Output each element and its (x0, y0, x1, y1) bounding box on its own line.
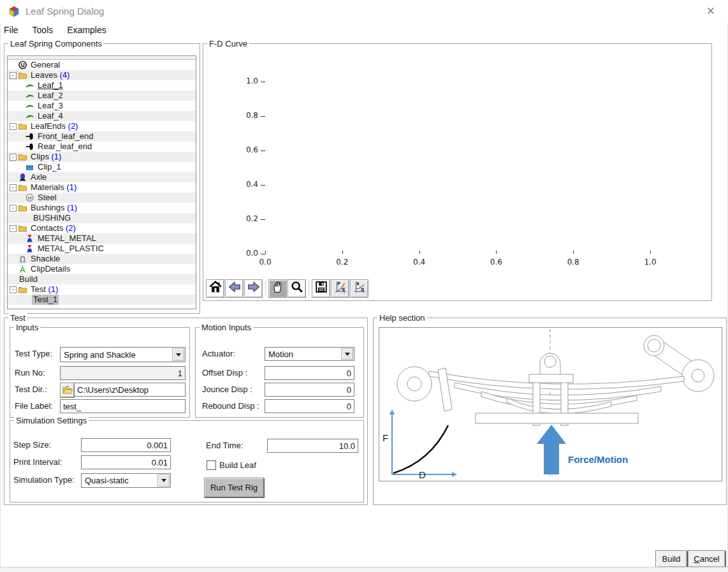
simulation-type-dropdown-button[interactable] (157, 474, 170, 487)
expander-minus-icon[interactable]: - (10, 205, 17, 212)
tree-item-bushing[interactable]: BUSHING (8, 213, 196, 223)
menu-tools[interactable]: Tools (33, 25, 54, 35)
save-button[interactable] (312, 279, 330, 298)
tree-item-bushings[interactable]: -Bushings (1) (8, 203, 196, 213)
tree-item-label: Leaf_4 (36, 111, 64, 121)
close-icon[interactable]: ✕ (706, 4, 715, 18)
tree-item-test[interactable]: -Test (1) (8, 284, 196, 295)
expander-minus-icon[interactable]: - (10, 72, 17, 79)
x-tick-label: 0.6 (485, 258, 507, 267)
test-dir-field[interactable] (74, 383, 186, 397)
tree-item-leaf_2[interactable]: Leaf_2 (8, 91, 196, 101)
x-tick-mark (496, 251, 497, 254)
fd-plot-button[interactable]: Fd (331, 279, 349, 298)
y-tick-label: 0.6 (239, 145, 258, 154)
offset-disp-label: Offset Disp : (202, 368, 247, 378)
components-group: Leaf Spring Components UGeneral-Leaves (… (4, 43, 200, 314)
build-button[interactable]: Build (655, 550, 687, 568)
print-interval-label: Print Interval: (13, 457, 62, 467)
tree-item-leaves[interactable]: -Leaves (4) (8, 70, 196, 80)
floppy-icon (314, 280, 328, 297)
tree-item-label: Leaf_1 (36, 80, 64, 91)
tree-item-front_leaf_end[interactable]: Front_leaf_end (8, 131, 196, 142)
tree-item-rear_leaf_end[interactable]: Rear_leaf_end (8, 142, 196, 152)
arrow-left-icon (228, 280, 242, 297)
build-leaf-checkbox[interactable] (207, 460, 216, 470)
run-no-label: Run No: (15, 368, 45, 378)
simulation-type-select[interactable]: Quasi-static (81, 473, 171, 488)
jounce-disp-field[interactable] (265, 383, 354, 397)
browse-folder-button[interactable] (60, 383, 75, 398)
toolbar-separator (265, 280, 266, 297)
tree-item-label: Clip_1 (36, 162, 62, 172)
y-tick-label: 1.0 (239, 77, 258, 85)
folder-icon (18, 122, 27, 131)
tree-item-metal_metal[interactable]: METAL_METAL (8, 233, 196, 244)
chevron-down-icon (161, 479, 166, 482)
x-tick-label: 0.4 (409, 258, 430, 267)
components-group-title: Leaf Spring Components (8, 39, 104, 48)
tree-item-axle[interactable]: Axle (8, 172, 196, 182)
folder-icon (18, 152, 27, 161)
rebound-disp-field[interactable] (265, 399, 354, 413)
expander-minus-icon[interactable]: - (10, 184, 17, 191)
svg-text:M: M (27, 195, 32, 201)
back-button[interactable] (225, 279, 244, 298)
kd-plot-button[interactable]: kd (350, 279, 368, 298)
menu-examples[interactable]: Examples (67, 25, 106, 35)
tree-item-clip_1[interactable]: Clip_1 (8, 162, 196, 172)
y-tick-label: 0.8 (239, 111, 258, 120)
end-time-field[interactable] (267, 439, 358, 453)
svg-text:k: k (356, 281, 360, 286)
tree-item-leaf_3[interactable]: Leaf_3 (8, 101, 196, 111)
home-button[interactable] (206, 279, 224, 298)
tree-item-build[interactable]: Build (8, 274, 196, 284)
test-type-dropdown-button[interactable] (172, 348, 184, 361)
rebound-disp-label: Rebound Disp : (202, 401, 259, 411)
actuator-select[interactable]: Motion (265, 347, 354, 361)
forward-button[interactable] (244, 279, 263, 298)
clip-icon (25, 163, 34, 172)
general-icon: U (18, 61, 27, 70)
simulation-type-value: Quasi-static (85, 476, 129, 485)
component-tree: UGeneral-Leaves (4)Leaf_1Leaf_2Leaf_3Lea… (7, 55, 196, 309)
pan-button[interactable] (268, 279, 287, 298)
tree-item-clips[interactable]: -Clips (1) (8, 152, 196, 162)
svg-text:U: U (20, 62, 24, 68)
tree-item-clipdetails[interactable]: ClipDetails (8, 264, 196, 274)
expander-minus-icon[interactable]: - (10, 154, 17, 161)
expander-minus-icon[interactable]: - (10, 286, 17, 293)
expander-minus-icon[interactable]: - (10, 225, 17, 232)
offset-disp-field[interactable] (265, 366, 354, 380)
tree-item-label: Contacts (2) (29, 223, 77, 233)
tree-item-label: Materials (1) (29, 182, 78, 193)
zoom-button[interactable] (288, 279, 306, 298)
test-type-label: Test Type: (15, 349, 52, 358)
tree-item-shackle[interactable]: Shackle (8, 254, 196, 264)
tree-item-leafends[interactable]: -LeafEnds (2) (8, 121, 196, 131)
app-cube-icon (8, 6, 20, 17)
expander-minus-icon[interactable]: - (10, 123, 17, 130)
tree-item-contacts[interactable]: -Contacts (2) (8, 223, 196, 233)
print-interval-field[interactable] (81, 455, 171, 469)
tree-item-metal_plastic[interactable]: METAL_PLASTIC (8, 244, 196, 254)
run-test-rig-button[interactable]: Run Test Rig (204, 478, 264, 497)
open-folder-icon (62, 386, 73, 395)
test-type-select[interactable]: Spring and Shackle (60, 347, 186, 362)
axle-icon (18, 173, 27, 182)
tree-item-leaf_4[interactable]: Leaf_4 (8, 111, 196, 121)
tree-item-leaf_1[interactable]: Leaf_1 (8, 80, 196, 91)
tree-item-test_1[interactable]: Test_1 (8, 295, 196, 305)
x-tick-mark (650, 251, 651, 254)
tree-item-label: Test_1 (32, 295, 59, 305)
menu-file[interactable]: File (4, 25, 18, 35)
cancel-button[interactable]: Cancel (688, 550, 725, 568)
tree-item-general[interactable]: UGeneral (8, 60, 196, 70)
y-tick-label: 0.2 (239, 214, 258, 223)
tree-item-steel[interactable]: MSteel (8, 193, 196, 203)
x-tick-label: 0.2 (331, 258, 353, 267)
file-label-field[interactable] (60, 399, 186, 413)
tree-item-materials[interactable]: -Materials (1) (8, 182, 196, 193)
actuator-dropdown-button[interactable] (341, 348, 353, 360)
folder-icon (18, 224, 27, 233)
